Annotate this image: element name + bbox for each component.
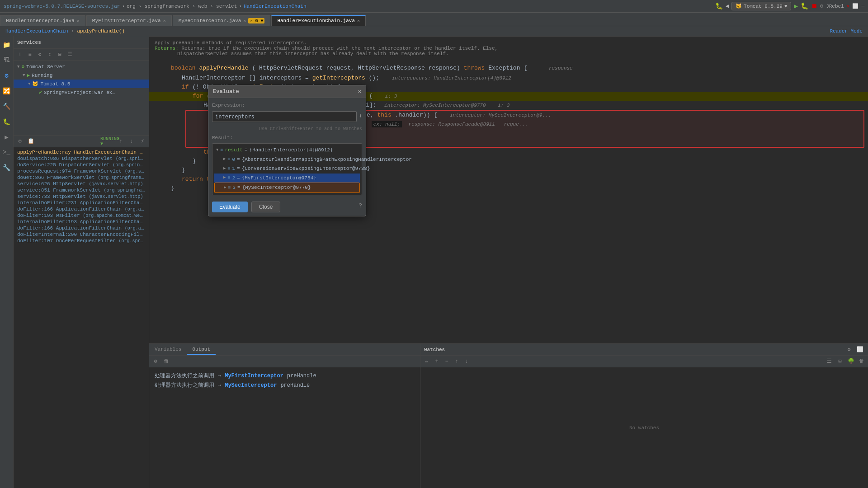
tree-arrow-icon: ▼: [17, 65, 19, 69]
sidebar-icon-tools[interactable]: 🔧: [2, 163, 12, 173]
close-tab-icon[interactable]: ✕: [357, 18, 360, 23]
stack-line-12[interactable]: doFilter:166 ApplicationFilterChain (org…: [17, 225, 145, 231]
watches-list-btn[interactable]: ☰: [825, 357, 834, 366]
run-config[interactable]: 🐱 Tomcat 8.5.29 ▼: [731, 2, 791, 10]
sidebar-icon-debug[interactable]: 🐛: [2, 117, 12, 127]
tab-handler-interceptor[interactable]: HandlerInterceptor.java ✕: [0, 15, 85, 26]
stack-settings-btn[interactable]: ⚡: [138, 137, 147, 146]
expression-input-row: ⬇: [212, 111, 362, 122]
breadcrumb-method[interactable]: applyPreHandle(): [77, 28, 125, 34]
stack-line-7[interactable]: service:733 HttpServlet (javax.servlet.h…: [17, 193, 145, 200]
watches-expand-btn[interactable]: ⬜: [855, 345, 864, 354]
tree-item-label: Tomcat 8.5: [40, 81, 70, 87]
stack-line-5[interactable]: service:626 HttpServlet (javax.servlet.h…: [17, 181, 145, 187]
stack-line-3[interactable]: processRequest:974 FrameworkServlet (org…: [17, 168, 145, 174]
running-label: RUNNING ▼: [105, 137, 114, 146]
tree-item-tomcat85[interactable]: ▼ 🐱 Tomcat 8.5: [14, 80, 149, 88]
debug-clear-btn[interactable]: 🗑: [162, 357, 171, 366]
stack-up-btn[interactable]: ↑: [116, 137, 125, 146]
watches-settings-btn[interactable]: ⚙: [844, 345, 854, 354]
stack-line-11[interactable]: internalDoFilter:193 ApplicationFilterCh…: [17, 219, 145, 225]
output-line-0: 处理器方法执行之前调用 → MyFirstInterceptor preHand…: [155, 371, 415, 380]
maximize-icon[interactable]: ⬜: [852, 3, 859, 9]
sidebar-icon-project[interactable]: 📁: [2, 40, 12, 50]
class-link[interactable]: HandlerExecutionChain: [244, 4, 307, 9]
breadcrumb-chain[interactable]: HandlerExecutionChain: [5, 28, 68, 34]
stack-down-btn[interactable]: ↓: [127, 137, 136, 146]
tab-mysec-interceptor[interactable]: MySecInterceptor.java ✕ ⚠ 6 ▼: [173, 15, 271, 26]
tab-handler-execution-chain[interactable]: HandlerExecutionChain.java ✕: [271, 15, 366, 26]
watches-tree-btn[interactable]: 🌳: [846, 357, 855, 366]
stack-line-2[interactable]: doService:225 DispatcherServlet (org.spr…: [17, 162, 145, 168]
sidebar-icon-terminal[interactable]: >_: [2, 147, 12, 157]
top-bar-path: spring-webmvc-5.0.7.RELEASE-sources.jar …: [4, 4, 715, 9]
sidebar-icon-services[interactable]: ⚙: [2, 70, 12, 80]
stack-line-10[interactable]: doFilter:193 WsFilter (org.apache.tomcat…: [17, 212, 145, 219]
watches-delete-btn[interactable]: 🗑: [857, 357, 866, 366]
settings-icon[interactable]: ⚙: [820, 3, 823, 9]
debug-settings-btn[interactable]: ⚙: [151, 357, 160, 366]
evaluate-button[interactable]: Evaluate: [212, 202, 248, 212]
debug-tabs: Variables Output: [149, 344, 420, 356]
stack-copy-btn[interactable]: 📋: [26, 137, 35, 146]
stack-line-6[interactable]: service:851 FrameworkServlet (org.spring…: [17, 187, 145, 193]
dialog-close-icon[interactable]: ✕: [358, 88, 361, 96]
dialog-title: Evaluate: [213, 88, 239, 96]
sidebar-icon-structure[interactable]: 🏗: [2, 55, 12, 65]
tab-output[interactable]: Output: [187, 345, 216, 355]
back-icon[interactable]: ◀: [726, 3, 729, 9]
services-settings-btn[interactable]: ⚙: [35, 50, 44, 59]
close-tab-icon[interactable]: ✕: [77, 18, 80, 23]
services-group-btn[interactable]: ☰: [65, 50, 74, 59]
stack-line-4[interactable]: doGet:866 FrameworkServlet (org.springfr…: [17, 174, 145, 181]
stack-filter-btn[interactable]: ⚙: [15, 137, 24, 146]
close-tab-icon[interactable]: ✕: [163, 18, 166, 23]
dtree-root[interactable]: ▼ ≡ result = {HandlerInterceptor[4]@8912…: [214, 145, 360, 155]
dtree-item-0[interactable]: ▶ ≡ 0 = {AbstractUrlHandlerMapping$PathE…: [214, 155, 360, 164]
close-button[interactable]: Close: [251, 202, 281, 212]
tab-variables[interactable]: Variables: [149, 345, 187, 355]
watches-add-btn[interactable]: ✏: [422, 357, 431, 366]
watches-add-plus-btn[interactable]: +: [432, 357, 441, 366]
expression-input[interactable]: [212, 111, 357, 122]
help-icon[interactable]: ?: [359, 202, 362, 212]
debug-run-button[interactable]: 🐛: [801, 2, 808, 10]
stack-line-13[interactable]: doFilterInternal:200 CharacterEncodingFi…: [17, 231, 145, 238]
no-watches-text: No watches: [629, 425, 659, 431]
dtree-item-2[interactable]: ▶ ≡ 2 = {MyFirstInterceptor@9754}: [214, 174, 360, 183]
watches-up-btn[interactable]: ↑: [452, 357, 461, 366]
stack-line-8[interactable]: internalDoFilter:231 ApplicationFilterCh…: [17, 200, 145, 206]
expand-btn[interactable]: ⬇: [359, 112, 362, 121]
minimize-icon[interactable]: ─: [861, 4, 864, 9]
stack-line-1[interactable]: doDispatch:986 DispatcherServlet (org.sp…: [17, 155, 145, 162]
close-tab-icon[interactable]: ✕: [243, 18, 246, 23]
tree-item-tomcat-server[interactable]: ▼ ⚙ Tomcat Server: [14, 62, 149, 71]
watches-remove-btn[interactable]: −: [442, 357, 451, 366]
sidebar-icon-build[interactable]: 🔨: [2, 101, 12, 111]
services-expand-btn[interactable]: ↕: [45, 50, 54, 59]
sidebar-icon-git[interactable]: 🔀: [2, 86, 12, 96]
tab-myfirst-interceptor[interactable]: MyFirstInterceptor.java ✕: [86, 15, 172, 26]
reader-mode-btn[interactable]: Reader Mode: [830, 28, 863, 34]
watches-toolbar: ✏ + − ↑ ↓ ☰ ⊞ 🌳 🗑: [420, 356, 868, 367]
tree-item-war[interactable]: ✔ SpringMVCProject:war exploded [repu...: [14, 88, 149, 97]
watches-grid-btn[interactable]: ⊞: [835, 357, 844, 366]
debug-icon[interactable]: 🐛: [715, 2, 723, 10]
tree-item-running[interactable]: ▼ ▶ Running: [14, 71, 149, 80]
services-collapse-btn[interactable]: ⊟: [55, 50, 64, 59]
services-header: Services: [14, 36, 149, 49]
sidebar-icon-run[interactable]: ▶: [2, 132, 12, 142]
watches-down-btn[interactable]: ↓: [462, 357, 471, 366]
stop-button[interactable]: ⏹: [811, 3, 817, 10]
services-filter-btn[interactable]: ≡: [25, 50, 34, 59]
stack-line-0[interactable]: applyPreHandle:ray HandlerExecutionChain…: [17, 149, 145, 155]
services-add-btn[interactable]: +: [15, 50, 24, 59]
dropdown-icon[interactable]: ▼: [784, 4, 788, 9]
jrebel-close[interactable]: ✕: [847, 3, 850, 9]
run-button[interactable]: ▶: [794, 2, 797, 10]
dtree-item-1[interactable]: ▶ ≡ 1 = {ConversionServiceExposingInterc…: [214, 164, 360, 174]
stack-line-9[interactable]: doFilter:166 ApplicationFilterChain (org…: [17, 206, 145, 212]
dtree-item-3[interactable]: ▶ ≡ 3 = {MySecInterceptor@9770}: [214, 183, 360, 193]
code-editor[interactable]: boolean applyPreHandle ( HttpServletRequ…: [149, 60, 868, 343]
stack-line-14[interactable]: doFilter:107 OncePerRequestFilter (org.s…: [17, 238, 145, 244]
